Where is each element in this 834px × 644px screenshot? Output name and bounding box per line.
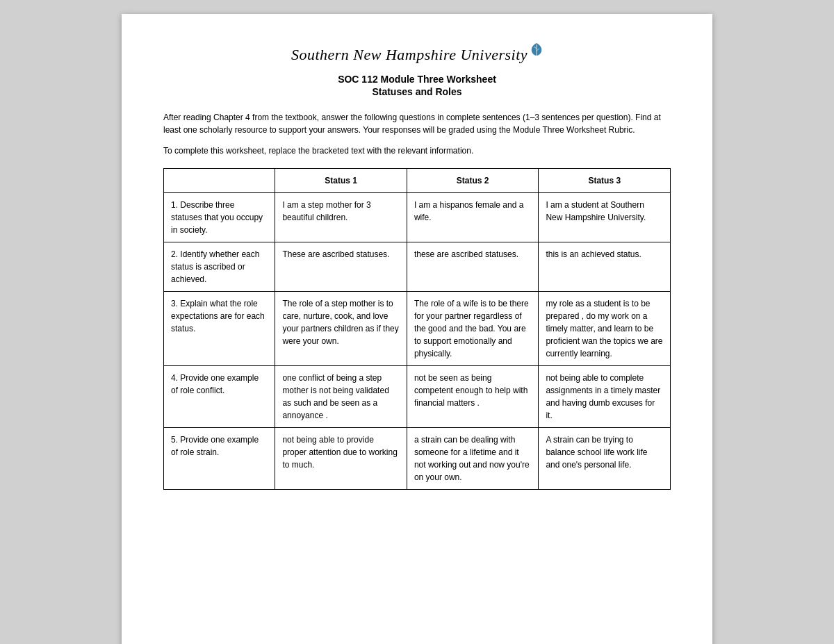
question-cell-1: 1. Describe three statuses that you occu…	[164, 193, 275, 242]
row3-status3: my role as a student is to be prepared ,…	[539, 292, 671, 366]
row3-status2: The role of a wife is to be there for yo…	[407, 292, 539, 366]
worksheet-subtitle: Statuses and Roles	[163, 86, 671, 97]
col-header-question	[164, 169, 275, 193]
table-row: 5. Provide one example of role strain.no…	[164, 428, 671, 490]
row2-status2: these are ascribed statuses.	[407, 242, 539, 292]
page-header: Southern New Hampshire University SOC 11…	[163, 42, 671, 97]
col-header-status2: Status 2	[407, 169, 539, 193]
row4-status2: not be seen as being competent enough to…	[407, 366, 539, 428]
col-header-status3: Status 3	[539, 169, 671, 193]
row4-status3: not being able to complete assignments i…	[539, 366, 671, 428]
row5-status2: a strain can be dealing with someone for…	[407, 428, 539, 490]
university-logo: Southern New Hampshire University	[163, 42, 671, 68]
row1-status3: I am a student at Southern New Hampshire…	[539, 193, 671, 242]
question-cell-4: 4. Provide one example of role conflict.	[164, 366, 275, 428]
row2-status1: These are ascribed statuses.	[275, 242, 407, 292]
university-name: Southern New Hampshire University	[291, 46, 528, 64]
table-row: 2. Identify whether each status is ascri…	[164, 242, 671, 292]
page: Southern New Hampshire University SOC 11…	[122, 14, 712, 644]
question-cell-5: 5. Provide one example of role strain.	[164, 428, 275, 490]
row3-status1: The role of a step mother is to care, nu…	[275, 292, 407, 366]
row2-status3: this is an achieved status.	[539, 242, 671, 292]
row5-status1: not being able to provide proper attenti…	[275, 428, 407, 490]
row1-status2: I am a hispanos female and a wife.	[407, 193, 539, 242]
leaf-icon	[530, 42, 543, 60]
worksheet-table: Status 1 Status 2 Status 3 1. Describe t…	[163, 168, 671, 490]
row1-status1: I am a step mother for 3 beautiful child…	[275, 193, 407, 242]
question-cell-2: 2. Identify whether each status is ascri…	[164, 242, 275, 292]
row5-status3: A strain can be trying to balance school…	[539, 428, 671, 490]
col-header-status1: Status 1	[275, 169, 407, 193]
table-row: 1. Describe three statuses that you occu…	[164, 193, 671, 242]
intro-paragraph2: To complete this worksheet, replace the …	[163, 145, 671, 157]
table-header-row: Status 1 Status 2 Status 3	[164, 169, 671, 193]
row4-status1: one conflict of being a step mother is n…	[275, 366, 407, 428]
question-cell-3: 3. Explain what the role expectations ar…	[164, 292, 275, 366]
intro-paragraph1: After reading Chapter 4 from the textboo…	[163, 111, 671, 136]
table-row: 3. Explain what the role expectations ar…	[164, 292, 671, 366]
worksheet-title: SOC 112 Module Three Worksheet	[163, 74, 671, 85]
table-row: 4. Provide one example of role conflict.…	[164, 366, 671, 428]
